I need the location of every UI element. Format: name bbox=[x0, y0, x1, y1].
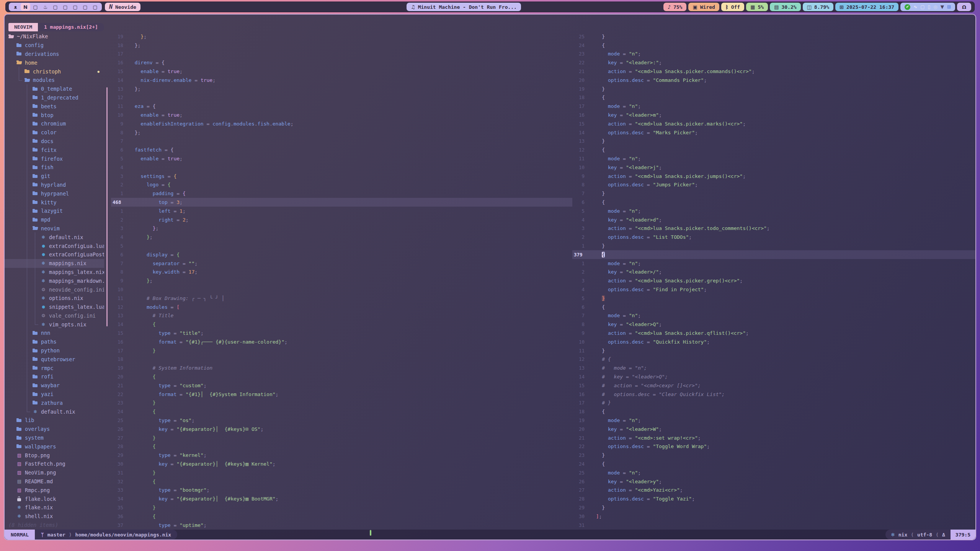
code-line[interactable]: 8 }; bbox=[111, 128, 572, 137]
code-line[interactable]: 37 type = "uptime"; bbox=[111, 521, 572, 530]
tree-row-nnn[interactable]: nnn bbox=[5, 329, 104, 337]
code-line[interactable]: 3 action = "<cmd>lua Snacks.picker.todo_… bbox=[572, 224, 975, 233]
code-line[interactable]: 23 mode = "n"; bbox=[572, 50, 975, 59]
tree-row-neovide_config.ini[interactable]: ⚙neovide_config.ini bbox=[5, 285, 104, 294]
code-line[interactable]: 17 } bbox=[111, 346, 572, 355]
tree-row-paths[interactable]: paths bbox=[5, 337, 104, 346]
tree-row-default.nix[interactable]: ❄default.nix bbox=[5, 233, 104, 241]
code-line[interactable]: 9 }; bbox=[111, 276, 572, 285]
code-line[interactable]: 11 mode = "n"; bbox=[572, 154, 975, 163]
code-line[interactable]: 25 type = "os"; bbox=[111, 416, 572, 425]
chip-bluetooth[interactable]: ᛒOff bbox=[721, 3, 744, 11]
tree-row-README.md[interactable]: ▤README.md bbox=[5, 477, 104, 486]
tray-grid-icon[interactable]: ⊞ bbox=[947, 5, 951, 9]
code-line[interactable]: 31 } bbox=[111, 468, 572, 477]
code-line[interactable]: 12 modules = [ bbox=[111, 303, 572, 311]
code-line[interactable]: 5 } bbox=[572, 294, 975, 303]
code-line[interactable]: 20 { bbox=[111, 372, 572, 381]
code-line[interactable]: 18 { bbox=[572, 93, 975, 102]
tree-row-config[interactable]: config bbox=[5, 41, 104, 50]
tree-row-git[interactable]: git bbox=[5, 172, 104, 181]
tab-buffer-mappings[interactable]: 1 mappings.nix[2+] bbox=[38, 23, 104, 31]
tree-row-1_deprecated[interactable]: 1_deprecated bbox=[5, 93, 104, 102]
code-line[interactable]: 468 top = 3; bbox=[111, 198, 572, 207]
code-line[interactable]: 11 } bbox=[572, 346, 975, 355]
code-line[interactable]: 379 { bbox=[572, 250, 975, 259]
code-line[interactable]: 11 eza = { bbox=[111, 102, 572, 111]
chip-network[interactable]: ▣Wired bbox=[688, 3, 719, 11]
code-line[interactable]: 20 options.desc = "Commands Picker"; bbox=[572, 76, 975, 85]
tree-row-default.nix[interactable]: ❄default.nix bbox=[5, 407, 104, 416]
code-line[interactable]: 9 enableFishIntegration = config.modules… bbox=[111, 119, 572, 128]
tree-row-shell.nix[interactable]: ❄shell.nix bbox=[5, 512, 104, 521]
code-line[interactable]: 6 { bbox=[572, 198, 975, 207]
code-line[interactable]: 22 options.desc = "Toggle Word Wrap"; bbox=[572, 442, 975, 451]
code-line[interactable]: 13 # mode = "n"; bbox=[572, 364, 975, 372]
code-line[interactable]: 26 key = "{#separator}│ {#keys}⊡ OS"; bbox=[111, 425, 572, 434]
code-line[interactable]: 1 left = 1; bbox=[111, 207, 572, 215]
code-line[interactable]: 12 # { bbox=[572, 355, 975, 364]
code-line[interactable]: 3 settings = { bbox=[111, 172, 572, 181]
code-line[interactable]: 5 mode = "n"; bbox=[572, 207, 975, 215]
code-line[interactable]: 19 # System Information bbox=[111, 364, 572, 372]
code-line[interactable]: 9 action = "<cmd>lua Snacks.picker.qflis… bbox=[572, 329, 975, 337]
tree-row-extraConfigLua.lua[interactable]: ●extraConfigLua.lua bbox=[5, 241, 104, 250]
tray-shield-icon[interactable]: ▼ bbox=[941, 5, 944, 9]
code-line[interactable]: 22 format = "{#1}│ {#}System Information… bbox=[111, 390, 572, 399]
tree-row-zathura[interactable]: zathura bbox=[5, 398, 104, 407]
code-line[interactable]: 19 } bbox=[572, 85, 975, 93]
tree-row-btop[interactable]: btop bbox=[5, 111, 104, 119]
code-line[interactable]: 12 bbox=[111, 93, 572, 102]
code-line[interactable]: 6 display = { bbox=[111, 250, 572, 259]
workspace-terminal-button[interactable]: ᴥ bbox=[11, 3, 20, 11]
code-line[interactable]: 31 bbox=[572, 521, 975, 530]
chip-volume[interactable]: ♪75% bbox=[663, 3, 687, 11]
tree-row-snippets_latex.lua[interactable]: ●snippets_latex.lua bbox=[5, 303, 104, 311]
code-line[interactable]: 30 ]; bbox=[572, 512, 975, 521]
scrollbar-thumb[interactable] bbox=[106, 87, 108, 326]
tree-row-flake.nix[interactable]: ❄flake.nix bbox=[5, 503, 104, 512]
tree-row-docs[interactable]: docs bbox=[5, 137, 104, 146]
code-line[interactable]: 18 { bbox=[572, 407, 975, 416]
code-line[interactable]: 23 } bbox=[572, 451, 975, 460]
tree-row-0_template[interactable]: 0_template bbox=[5, 85, 104, 93]
code-line[interactable]: 17 # } bbox=[572, 398, 975, 407]
code-line[interactable]: 28 options.desc = "Toggle Yazi"; bbox=[572, 494, 975, 503]
code-line[interactable]: 13 # Title bbox=[111, 311, 572, 320]
tree-row-FastFetch.png[interactable]: ▨FastFetch.png bbox=[5, 460, 104, 468]
code-line[interactable]: 29 type = "kernel"; bbox=[111, 451, 572, 460]
code-line[interactable]: 18 bbox=[111, 355, 572, 364]
code-line[interactable]: 30 key = "{#separator}│ {#keys}▤ Kernel"… bbox=[111, 460, 572, 468]
code-line[interactable]: 6 fastfetch = { bbox=[111, 145, 572, 154]
chip-memory[interactable]: ▤30.2% bbox=[770, 3, 800, 11]
tree-row-NeoVim.png[interactable]: ▨NeoVim.png bbox=[5, 468, 104, 477]
code-line[interactable]: 14 nix-direnv.enable = true; bbox=[111, 76, 572, 85]
code-line[interactable]: 24 { bbox=[572, 41, 975, 50]
chip-clock[interactable]: ⊞2025-07-22 16:37 bbox=[835, 3, 898, 11]
code-line[interactable]: 5 enable = true; bbox=[111, 154, 572, 163]
tree-row-options.nix[interactable]: ❄options.nix bbox=[5, 294, 104, 303]
tree-row-beets[interactable]: beets bbox=[5, 102, 104, 111]
code-line[interactable]: 2 key = "<leader>/"; bbox=[572, 268, 975, 277]
tree-row-mappings.nix[interactable]: ❄mappings.nix bbox=[5, 259, 104, 268]
tree-row-yazi[interactable]: yazi bbox=[5, 390, 104, 399]
code-line[interactable]: 7 bbox=[111, 137, 572, 146]
code-line[interactable]: 36 { bbox=[111, 512, 572, 521]
code-line[interactable]: 16 format = "{#1}╭─── {#}{user-name-colo… bbox=[111, 337, 572, 346]
code-line[interactable]: 15 type = "title"; bbox=[111, 329, 572, 337]
code-line[interactable]: 18 }; bbox=[111, 41, 572, 50]
chip-cpu[interactable]: ▦5% bbox=[746, 3, 768, 11]
code-line[interactable]: 10 key = "<leader>j"; bbox=[572, 163, 975, 172]
tray-wave-icon[interactable]: ∿ bbox=[913, 5, 917, 9]
code-line[interactable]: 10 bbox=[111, 285, 572, 294]
code-line[interactable]: 7 separator = ""; bbox=[111, 259, 572, 268]
code-line[interactable]: 4 key = "<leader>d"; bbox=[572, 215, 975, 224]
tree-row-vim_opts.nix[interactable]: ❄vim_opts.nix bbox=[5, 320, 104, 329]
code-line[interactable]: 10 options.desc = "Quickfix History"; bbox=[572, 337, 975, 346]
code-line[interactable]: 27 } bbox=[111, 434, 572, 442]
workspace-neovide-button[interactable]: N bbox=[21, 3, 30, 11]
tab-neovim-source[interactable]: NEOVIM bbox=[8, 23, 38, 31]
tree-row-lib[interactable]: lib bbox=[5, 416, 104, 425]
code-line[interactable]: 34 key = "{#separator}│ {#keys}▤ BootMGR… bbox=[111, 494, 572, 503]
tree-row-fcitx[interactable]: fcitx bbox=[5, 145, 104, 154]
